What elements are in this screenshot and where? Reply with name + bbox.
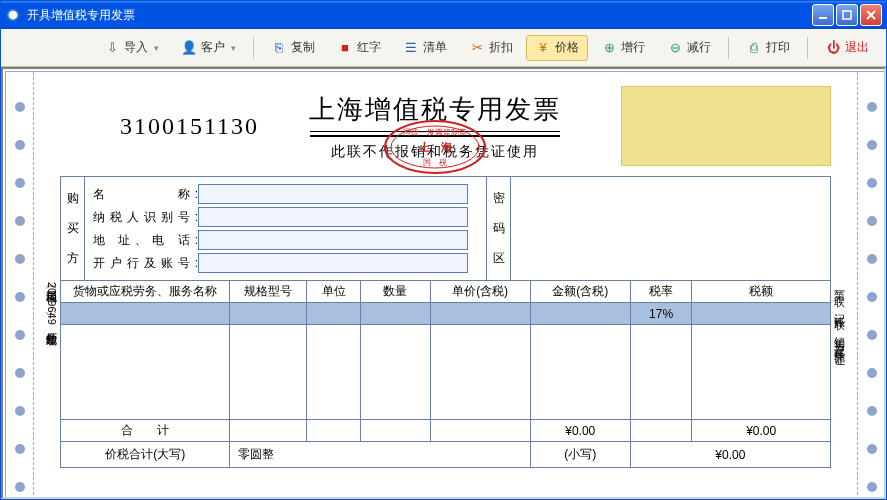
buyer-section-label: 购买方 bbox=[61, 177, 85, 280]
th-amount: 金额(含税) bbox=[530, 281, 630, 303]
close-button[interactable] bbox=[860, 4, 882, 26]
cell-price[interactable] bbox=[430, 303, 530, 325]
exit-label: 退出 bbox=[845, 39, 869, 56]
cell-amount[interactable] bbox=[530, 303, 630, 325]
separator bbox=[253, 37, 254, 59]
import-button[interactable]: ⇩导入▾ bbox=[95, 35, 168, 61]
buyer-name-input[interactable] bbox=[198, 184, 468, 204]
power-icon: ⏻ bbox=[825, 40, 841, 56]
print-label: 打印 bbox=[766, 39, 790, 56]
delrow-button[interactable]: ⊖减行 bbox=[658, 35, 720, 61]
red-icon: ■ bbox=[337, 40, 353, 56]
content-area[interactable]: 国税局〔2009〕649号北京印钞厂 第一联：记账联 销售方记账凭证 31001… bbox=[1, 67, 886, 499]
buyer-name-label: 名 称: bbox=[93, 186, 198, 203]
app-window: 开具增值税专用发票 ⇩导入▾ 👤客户▾ ⎘复制 ■红字 ☰清单 ✂折扣 ¥价格 … bbox=[0, 0, 887, 500]
price-button[interactable]: ¥价格 bbox=[526, 35, 588, 61]
cell-name[interactable] bbox=[61, 303, 230, 325]
th-tax: 税额 bbox=[692, 281, 831, 303]
yellow-stamp-area bbox=[621, 86, 831, 166]
chevron-down-icon: ▾ bbox=[154, 43, 159, 53]
th-price: 单价(含税) bbox=[430, 281, 530, 303]
copy-icon: ⎘ bbox=[271, 40, 287, 56]
th-spec: 规格型号 bbox=[230, 281, 307, 303]
buyer-addr-label: 地 址、电 话: bbox=[93, 232, 198, 249]
items-table: 货物或应税劳务、服务名称 规格型号 单位 数量 单价(含税) 金额(含税) 税率… bbox=[60, 280, 831, 468]
chevron-down-icon: ▾ bbox=[231, 43, 236, 53]
th-qty: 数量 bbox=[361, 281, 430, 303]
discount-label: 折扣 bbox=[489, 39, 513, 56]
invoice-number: 3100151130 bbox=[120, 113, 259, 140]
svg-point-0 bbox=[8, 10, 19, 21]
customer-button[interactable]: 👤客户▾ bbox=[172, 35, 245, 61]
import-icon: ⇩ bbox=[104, 40, 120, 56]
th-rate: 税率 bbox=[630, 281, 692, 303]
titlebar: 开具增值税专用发票 bbox=[1, 1, 886, 29]
copy-button[interactable]: ⎘复制 bbox=[262, 35, 324, 61]
invoice-paper: 国税局〔2009〕649号北京印钞厂 第一联：记账联 销售方记账凭证 31001… bbox=[5, 71, 886, 499]
table-row-selected[interactable]: 17% bbox=[61, 303, 831, 325]
delrow-icon: ⊖ bbox=[667, 40, 683, 56]
th-unit: 单位 bbox=[307, 281, 361, 303]
customer-label: 客户 bbox=[201, 39, 225, 56]
password-area bbox=[510, 177, 830, 280]
exit-button[interactable]: ⏻退出 bbox=[816, 35, 878, 61]
window-title: 开具增值税专用发票 bbox=[27, 7, 812, 24]
list-button[interactable]: ☰清单 bbox=[394, 35, 456, 61]
sprocket-right bbox=[857, 72, 885, 499]
cap-value: 零圆整 bbox=[230, 442, 530, 468]
sum-amount: ¥0.00 bbox=[530, 420, 630, 442]
person-icon: 👤 bbox=[181, 40, 197, 56]
table-capital-row: 价税合计(大写) 零圆整 (小写) ¥0.00 bbox=[61, 442, 831, 468]
cell-unit[interactable] bbox=[307, 303, 361, 325]
sum-label: 合 计 bbox=[61, 420, 230, 442]
cell-spec[interactable] bbox=[230, 303, 307, 325]
buyer-taxid-input[interactable] bbox=[198, 207, 468, 227]
invoice-title: 上海增值税专用发票 bbox=[259, 92, 611, 127]
buyer-taxid-label: 纳税人识别号: bbox=[93, 209, 198, 226]
invoice-body: 3100151130 上海增值税专用发票 此联不作报销和税务凭证使用 国统一发票… bbox=[36, 72, 855, 478]
price-label: 价格 bbox=[555, 39, 579, 56]
app-icon bbox=[5, 7, 21, 23]
cell-rate[interactable]: 17% bbox=[630, 303, 692, 325]
list-label: 清单 bbox=[423, 39, 447, 56]
sum-tax: ¥0.00 bbox=[692, 420, 831, 442]
maximize-button[interactable] bbox=[836, 4, 858, 26]
invoice-subtitle: 此联不作报销和税务凭证使用 bbox=[259, 143, 611, 161]
small-value: ¥0.00 bbox=[630, 442, 830, 468]
cell-tax[interactable] bbox=[692, 303, 831, 325]
addrow-button[interactable]: ⊕增行 bbox=[592, 35, 654, 61]
discount-icon: ✂ bbox=[469, 40, 485, 56]
table-blank-area[interactable] bbox=[61, 325, 831, 420]
price-icon: ¥ bbox=[535, 40, 551, 56]
buyer-bank-input[interactable] bbox=[198, 253, 468, 273]
print-icon: ⎙ bbox=[746, 40, 762, 56]
th-name: 货物或应税劳务、服务名称 bbox=[61, 281, 230, 303]
title-underline bbox=[310, 131, 560, 137]
buyer-section: 购买方 名 称: 纳税人识别号: 地 址、电 话: 开户行及账号: 密码区 bbox=[60, 176, 831, 281]
buyer-fields: 名 称: 纳税人识别号: 地 址、电 话: 开户行及账号: bbox=[85, 177, 486, 280]
separator bbox=[807, 37, 808, 59]
import-label: 导入 bbox=[124, 39, 148, 56]
delrow-label: 减行 bbox=[687, 39, 711, 56]
window-buttons bbox=[812, 4, 882, 26]
addrow-icon: ⊕ bbox=[601, 40, 617, 56]
cell-qty[interactable] bbox=[361, 303, 430, 325]
minimize-button[interactable] bbox=[812, 4, 834, 26]
sprocket-left bbox=[6, 72, 34, 499]
small-label: (小写) bbox=[530, 442, 630, 468]
buyer-bank-label: 开户行及账号: bbox=[93, 255, 198, 272]
red-label: 红字 bbox=[357, 39, 381, 56]
addrow-label: 增行 bbox=[621, 39, 645, 56]
cap-label: 价税合计(大写) bbox=[61, 442, 230, 468]
discount-button[interactable]: ✂折扣 bbox=[460, 35, 522, 61]
svg-rect-2 bbox=[843, 11, 851, 19]
toolbar: ⇩导入▾ 👤客户▾ ⎘复制 ■红字 ☰清单 ✂折扣 ¥价格 ⊕增行 ⊖减行 ⎙打… bbox=[1, 29, 886, 67]
buyer-addr-input[interactable] bbox=[198, 230, 468, 250]
list-icon: ☰ bbox=[403, 40, 419, 56]
copy-label: 复制 bbox=[291, 39, 315, 56]
table-header-row: 货物或应税劳务、服务名称 规格型号 单位 数量 单价(含税) 金额(含税) 税率… bbox=[61, 281, 831, 303]
password-section-label: 密码区 bbox=[486, 177, 510, 280]
red-button[interactable]: ■红字 bbox=[328, 35, 390, 61]
separator bbox=[728, 37, 729, 59]
print-button[interactable]: ⎙打印 bbox=[737, 35, 799, 61]
